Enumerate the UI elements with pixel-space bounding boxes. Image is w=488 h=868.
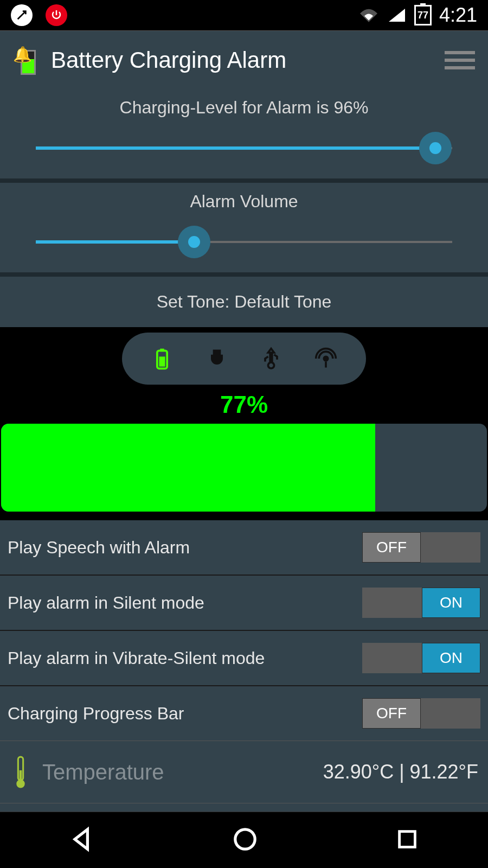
svg-point-7 xyxy=(235,829,255,848)
status-time: 4:21 xyxy=(439,4,477,27)
charging-level-section: Charging-Level for Alarm is 96% xyxy=(0,89,488,178)
status-bar: 77 4:21 xyxy=(0,0,488,30)
app-bar: 🔔 Battery Charging Alarm xyxy=(0,30,488,89)
temperature-value: 32.90°C | 91.22°F xyxy=(323,761,478,783)
svg-point-3 xyxy=(323,356,329,362)
battery-bar xyxy=(1,424,487,512)
source-plug-icon[interactable] xyxy=(202,343,232,374)
setting-vibrate-toggle[interactable]: ON xyxy=(362,643,480,673)
notification-icon xyxy=(11,4,33,26)
nav-back-button[interactable] xyxy=(68,825,96,856)
settings-list: Play Speech with Alarm OFF Play alarm in… xyxy=(0,520,488,741)
nav-home-button[interactable] xyxy=(231,825,259,856)
charging-level-slider[interactable] xyxy=(36,132,452,164)
app-icon: 🔔 xyxy=(13,46,42,75)
volume-section: Alarm Volume xyxy=(0,183,488,272)
set-tone-row[interactable]: Set Tone: Default Tone xyxy=(0,277,488,327)
volume-label: Alarm Volume xyxy=(14,192,474,212)
source-wireless-icon[interactable] xyxy=(311,343,341,374)
battery-status-icon: 77 xyxy=(414,5,432,25)
volume-slider[interactable] xyxy=(36,226,452,258)
setting-progress-toggle[interactable]: OFF xyxy=(362,698,480,729)
charge-source-row xyxy=(0,327,488,385)
svg-rect-2 xyxy=(160,349,164,352)
setting-silent-row: Play alarm in Silent mode ON xyxy=(0,576,488,631)
set-tone-label: Set Tone: Default Tone xyxy=(157,292,332,311)
setting-speech-toggle[interactable]: OFF xyxy=(362,532,480,563)
setting-label: Charging Progress Bar xyxy=(8,704,184,724)
menu-icon[interactable] xyxy=(445,51,475,69)
setting-label: Play Speech with Alarm xyxy=(8,538,190,558)
wifi-icon xyxy=(358,7,380,24)
setting-label: Play alarm in Vibrate-Silent mode xyxy=(8,648,265,668)
app-title: Battery Charging Alarm xyxy=(51,47,286,73)
nav-bar xyxy=(0,812,488,868)
temperature-label: Temperature xyxy=(42,760,164,784)
battery-display: 77% xyxy=(0,385,488,512)
temperature-row[interactable]: Temperature 32.90°C | 91.22°F xyxy=(0,741,488,803)
source-usb-icon[interactable] xyxy=(256,343,286,374)
nav-recent-button[interactable] xyxy=(394,826,420,854)
battery-percent-text: 77% xyxy=(0,388,488,424)
charging-level-label: Charging-Level for Alarm is 96% xyxy=(14,98,474,118)
signal-icon xyxy=(387,7,407,24)
setting-silent-toggle[interactable]: ON xyxy=(362,588,480,618)
svg-rect-8 xyxy=(400,831,415,847)
svg-rect-1 xyxy=(159,356,165,366)
setting-vibrate-row: Play alarm in Vibrate-Silent mode ON xyxy=(0,631,488,686)
setting-progress-row: Charging Progress Bar OFF xyxy=(0,686,488,741)
source-battery-icon[interactable] xyxy=(147,343,177,374)
thermometer-icon xyxy=(10,755,31,789)
setting-label: Play alarm in Silent mode xyxy=(8,593,204,613)
power-icon xyxy=(46,4,67,26)
setting-speech-row: Play Speech with Alarm OFF xyxy=(0,520,488,576)
svg-rect-6 xyxy=(20,770,22,782)
